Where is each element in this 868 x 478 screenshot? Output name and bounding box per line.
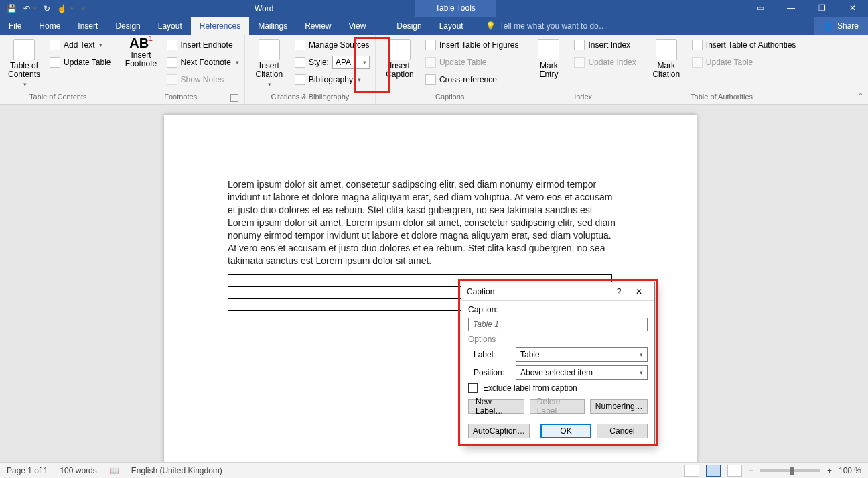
insert-endnote-button[interactable]: Insert Endnote	[165, 38, 240, 52]
tell-me-search[interactable]: 💡 Tell me what you want to do…	[472, 17, 814, 35]
toc-icon	[13, 39, 35, 60]
exclude-label-text: Exclude label from caption	[483, 383, 577, 393]
share-label: Share	[837, 21, 859, 31]
table-of-contents-button[interactable]: Table of Contents ▾	[4, 38, 44, 89]
web-layout-button[interactable]	[727, 465, 742, 477]
label-select[interactable]: Table▾	[516, 347, 648, 362]
save-icon[interactable]: 💾	[7, 4, 17, 13]
restore-button[interactable]: ❐	[806, 0, 837, 17]
mark-entry-icon	[538, 39, 559, 60]
print-layout-button[interactable]	[706, 465, 721, 477]
group-label-captions: Captions	[380, 91, 520, 104]
footnotes-launcher[interactable]	[230, 94, 238, 102]
options-group-label: Options	[468, 335, 648, 344]
exclude-label-checkbox[interactable]	[468, 383, 478, 393]
title-bar: 💾 ↶▾ ↻ ☝▾ ▾ Word Table Tools ▭ — ❐ ✕	[0, 0, 868, 17]
dialog-titlebar[interactable]: Caption ? ✕	[461, 282, 654, 301]
show-notes-icon	[167, 74, 177, 85]
citation-style-row: Style: APA▾	[293, 55, 371, 70]
zoom-thumb[interactable]	[790, 467, 794, 475]
group-label-citations: Citations & Bibliography	[249, 91, 371, 104]
contextual-tab-title: Table Tools	[415, 0, 496, 17]
insert-caption-button[interactable]: Insert Caption	[380, 38, 420, 79]
group-toc: Table of Contents ▾ Add Text▾ Update Tab…	[0, 35, 117, 104]
tab-review[interactable]: Review	[296, 17, 340, 35]
next-footnote-button[interactable]: Next Footnote▾	[165, 55, 240, 70]
dialog-help-button[interactable]: ?	[609, 287, 629, 296]
insert-toa-icon	[692, 40, 703, 50]
tab-layout[interactable]: Layout	[149, 17, 191, 35]
insert-index-icon	[574, 40, 585, 50]
insert-footnote-button[interactable]: AB1 Insert Footnote	[121, 38, 161, 68]
caption-icon	[389, 39, 411, 60]
undo-button[interactable]: ↶▾	[23, 4, 37, 13]
word-count[interactable]: 100 words	[60, 466, 96, 475]
group-toa: Mark Citation Insert Table of Authoritie…	[642, 35, 802, 104]
ok-button[interactable]: OK	[540, 424, 591, 438]
zoom-level[interactable]: 100 %	[839, 466, 861, 475]
language-indicator[interactable]: English (United Kingdom)	[131, 466, 222, 475]
update-icon	[50, 57, 60, 68]
numbering-button[interactable]: Numbering…	[590, 399, 648, 414]
tab-insert[interactable]: Insert	[69, 17, 106, 35]
cross-reference-button[interactable]: Cross-reference	[424, 72, 520, 87]
autocaption-button[interactable]: AutoCaption…	[468, 424, 530, 438]
tab-design[interactable]: Design	[106, 17, 149, 35]
add-text-icon	[50, 40, 60, 50]
manage-sources-icon	[295, 40, 305, 50]
redo-button[interactable]: ↻	[44, 4, 50, 13]
bibliography-button[interactable]: Bibliography▾	[293, 72, 371, 87]
position-select[interactable]: Above selected item▾	[516, 365, 648, 380]
status-bar: Page 1 of 1 100 words 📖 English (United …	[0, 462, 868, 478]
ribbon-tabs: File Home Insert Design Layout Reference…	[0, 17, 868, 35]
mark-citation-button[interactable]: Mark Citation	[646, 38, 686, 79]
zoom-slider[interactable]	[760, 469, 820, 472]
label-label: Label:	[474, 350, 510, 359]
insert-toa-button[interactable]: Insert Table of Authorities	[691, 38, 798, 52]
caption-input[interactable]: Table 1|	[468, 318, 648, 331]
share-icon: 👤	[823, 21, 833, 31]
update-tof-button: Update Table	[424, 55, 520, 70]
insert-citation-button[interactable]: Insert Citation ▾	[249, 38, 289, 89]
update-toa-button: Update Table	[691, 55, 798, 70]
collapse-ribbon-button[interactable]: ˄	[859, 92, 863, 101]
zoom-out-button[interactable]: −	[749, 466, 753, 475]
app-window: 💾 ↶▾ ↻ ☝▾ ▾ Word Table Tools ▭ — ❐ ✕ Fil…	[0, 0, 868, 478]
page-count[interactable]: Page 1 of 1	[7, 466, 48, 475]
ribbon-display-options-button[interactable]: ▭	[745, 0, 776, 17]
add-text-button[interactable]: Add Text▾	[48, 38, 113, 52]
dialog-title: Caption	[467, 287, 609, 296]
manage-sources-button[interactable]: Manage Sources	[293, 38, 371, 52]
body-text[interactable]: Lorem ipsum dolor sit amet, consetetur s…	[228, 178, 616, 267]
document-area[interactable]: Lorem ipsum dolor sit amet, consetetur s…	[0, 105, 868, 462]
mark-citation-icon	[656, 39, 677, 60]
insert-table-of-figures-button[interactable]: Insert Table of Figures	[424, 38, 520, 52]
tab-view[interactable]: View	[340, 17, 375, 35]
tab-mailings[interactable]: Mailings	[249, 17, 296, 35]
proofing-icon[interactable]: 📖	[109, 466, 119, 475]
qat-customize-button[interactable]: ▾	[80, 5, 85, 12]
tab-table-design[interactable]: Design	[388, 17, 430, 35]
delete-label-button: Delete Label	[530, 399, 585, 414]
tab-home[interactable]: Home	[30, 17, 69, 35]
share-button[interactable]: 👤 Share	[814, 17, 868, 35]
update-toc-button[interactable]: Update Table	[48, 55, 113, 70]
mark-entry-button[interactable]: Mark Entry	[528, 38, 569, 79]
close-button[interactable]: ✕	[837, 0, 868, 17]
dialog-close-button[interactable]: ✕	[629, 287, 649, 296]
tab-references[interactable]: References	[191, 17, 249, 35]
citation-style-select[interactable]: APA▾	[332, 56, 370, 69]
group-label-toa: Table of Authorities	[646, 91, 798, 104]
tab-table-layout[interactable]: Layout	[431, 17, 472, 35]
update-tof-icon	[425, 57, 436, 68]
zoom-in-button[interactable]: +	[827, 466, 832, 475]
cancel-button[interactable]: Cancel	[597, 424, 648, 438]
tab-file[interactable]: File	[0, 17, 30, 35]
insert-index-button[interactable]: Insert Index	[573, 38, 637, 52]
new-label-button[interactable]: New Label…	[468, 399, 524, 414]
read-mode-button[interactable]	[684, 465, 699, 477]
touch-mode-button[interactable]: ☝▾	[57, 4, 74, 13]
caption-field-label: Caption:	[468, 305, 648, 314]
minimize-button[interactable]: —	[776, 0, 806, 17]
cross-ref-icon	[425, 74, 436, 85]
